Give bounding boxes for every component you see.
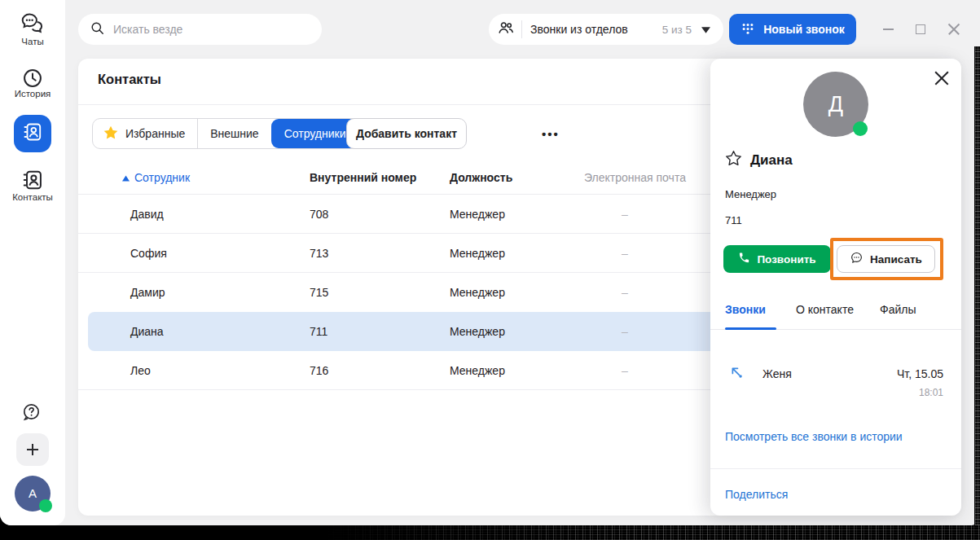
taskbar-noise	[326, 525, 980, 540]
call-entry-date: Чт, 15.05	[897, 367, 943, 380]
phone-icon	[738, 252, 750, 266]
cell-name: Дамир	[130, 273, 165, 312]
panel-tab-about[interactable]: О контакте	[796, 303, 854, 316]
contact-book-icon[interactable]	[21, 169, 44, 195]
calls-filter-label: Звонки из отделов	[530, 23, 628, 36]
add-button[interactable]	[16, 433, 49, 466]
cell-extension: 713	[310, 234, 328, 273]
column-header-extension[interactable]: Внутренний номер	[310, 161, 416, 194]
contact-extension: 711	[725, 214, 742, 226]
sidebar: Чаты История Контакты	[0, 0, 65, 525]
panel-tab-calls[interactable]: Звонки	[725, 303, 766, 316]
cell-extension: 711	[310, 312, 327, 351]
tab-employees[interactable]: Сотрудники	[271, 119, 358, 148]
contact-detail-panel: Д Диана Менеджер 711 Позвонить Нап	[710, 59, 961, 516]
active-tab-indicator	[725, 327, 776, 330]
call-entry-time: 18:01	[919, 387, 943, 398]
sidebar-item-history[interactable]: История	[0, 89, 65, 99]
column-header-email[interactable]: Электронная почта	[584, 161, 686, 194]
sidebar-item-contacts-active[interactable]	[14, 115, 51, 152]
tab-favorites[interactable]: Избранные	[93, 119, 197, 148]
column-header-employee[interactable]: Сотрудник	[122, 161, 190, 194]
contact-name: Диана	[750, 152, 793, 169]
column-header-position[interactable]: Должность	[450, 161, 512, 194]
taskbar-strip	[0, 525, 980, 540]
tab-label: Сотрудники	[284, 127, 346, 140]
new-call-label: Новый звонок	[763, 23, 845, 36]
chevron-down-icon	[701, 22, 710, 37]
contact-avatar: Д	[803, 72, 868, 137]
tab-label: Внешние	[210, 127, 258, 140]
online-status-dot	[853, 121, 868, 136]
write-button-label: Написать	[870, 253, 922, 266]
chats-icon[interactable]	[20, 11, 46, 38]
cell-email: –	[622, 351, 628, 390]
contact-role: Менеджер	[725, 188, 776, 200]
desktop-wallpaper-edge	[974, 46, 980, 525]
cell-name: Давид	[130, 195, 164, 234]
call-button[interactable]: Позвонить	[723, 245, 831, 273]
cell-email: –	[622, 273, 628, 312]
online-status-dot	[39, 499, 52, 512]
cell-email: –	[622, 312, 628, 351]
calls-filter-count: 5 из 5	[662, 24, 692, 36]
divider	[710, 468, 961, 469]
window-minimize-button[interactable]	[883, 29, 894, 30]
new-call-button[interactable]: Новый звонок	[729, 14, 856, 45]
cell-position: Менеджер	[450, 273, 505, 312]
group-icon	[497, 19, 515, 40]
more-options-button[interactable]: •••	[531, 118, 570, 149]
sidebar-item-chats[interactable]: Чаты	[0, 37, 65, 46]
search-input[interactable]	[113, 23, 292, 36]
cell-position: Менеджер	[450, 234, 505, 273]
tab-external[interactable]: Внешние	[197, 119, 270, 148]
call-entry-name[interactable]: Женя	[762, 367, 792, 380]
close-icon[interactable]	[934, 70, 950, 86]
help-icon[interactable]	[21, 402, 42, 425]
cell-extension: 708	[310, 195, 328, 234]
app-window: Чаты История Контакты	[0, 0, 980, 525]
cell-position: Менеджер	[450, 312, 505, 351]
column-header-label: Сотрудник	[134, 161, 190, 194]
incoming-call-icon	[729, 365, 745, 384]
cell-name: София	[130, 234, 167, 273]
chat-bubble-icon	[850, 251, 864, 267]
view-all-calls-link[interactable]: Посмотреть все звонки в истории	[725, 430, 903, 443]
tab-label: Избранные	[125, 127, 185, 140]
cell-position: Менеджер	[450, 351, 505, 390]
page-title: Контакты	[98, 72, 161, 87]
user-avatar-letter: A	[29, 486, 37, 500]
window-maximize-button[interactable]	[916, 24, 925, 34]
add-contact-button[interactable]: Добавить контакт	[346, 118, 467, 149]
contact-avatar-letter: Д	[828, 92, 843, 116]
calls-filter-dropdown[interactable]: Звонки из отделов 5 из 5	[489, 14, 723, 45]
global-search[interactable]	[78, 14, 322, 45]
sidebar-item-contacts[interactable]: Контакты	[0, 192, 65, 202]
cell-extension: 716	[310, 351, 328, 390]
favorite-star-icon[interactable]	[725, 150, 742, 170]
share-link[interactable]: Поделиться	[725, 488, 788, 501]
star-icon	[103, 125, 119, 143]
window-close-button[interactable]	[947, 23, 960, 36]
dialpad-icon	[740, 21, 755, 38]
cell-position: Менеджер	[450, 195, 505, 234]
call-button-label: Позвонить	[757, 253, 815, 266]
sort-ascending-icon	[122, 161, 130, 194]
search-icon	[90, 20, 105, 39]
panel-tab-files[interactable]: Файлы	[880, 303, 916, 316]
cell-name: Диана	[130, 312, 164, 351]
cell-extension: 715	[310, 273, 328, 312]
write-button[interactable]: Написать	[837, 245, 935, 273]
user-avatar[interactable]: A	[15, 476, 51, 511]
cell-name: Лео	[130, 351, 151, 390]
cell-email: –	[622, 234, 628, 273]
cell-email: –	[622, 195, 628, 234]
divider	[521, 20, 522, 38]
contact-book-icon	[22, 121, 43, 146]
